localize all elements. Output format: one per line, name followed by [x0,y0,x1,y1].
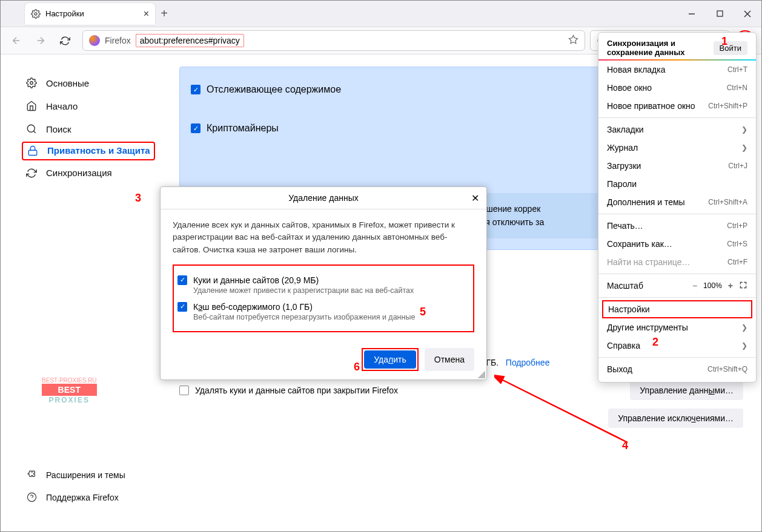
checkbox-checked-icon: ✓ [177,302,187,312]
puzzle-icon [25,470,38,480]
dialog-title: Удаление данных [288,193,358,203]
dialog-cookies-option[interactable]: ✓ Куки и данные сайтов (20,9 МБ) Удалени… [177,272,469,298]
menu-downloads[interactable]: ЗагрузкиCtrl+J [598,157,756,175]
checkbox-checked-icon: ✓ [177,275,187,285]
tab-title: Настройки [45,9,84,18]
menu-more-tools[interactable]: Другие инструменты❯ [598,318,756,337]
home-icon [25,100,38,111]
help-icon [25,492,38,502]
option-sublabel: Веб-сайтам потребуется перезагрузить изо… [193,313,415,321]
back-button[interactable] [7,31,26,50]
annotation-6: 6 [354,361,360,373]
minimize-button[interactable] [678,3,706,25]
zoom-in-button[interactable]: + [728,281,733,291]
menu-bookmarks[interactable]: Закладки❯ [598,120,756,139]
svg-marker-5 [569,35,577,43]
firefox-logo-icon [89,35,100,46]
sidebar-label: Поиск [46,124,71,134]
menu-settings[interactable]: Настройки [602,300,752,318]
svg-point-12 [27,125,35,132]
app-menu-dropdown: Синхронизация и сохранение данных Войти … [598,32,757,383]
checkbox-unchecked-icon[interactable] [179,386,189,395]
annotation-1: 1 [721,35,727,48]
menu-new-window[interactable]: Новое окноCtrl+N [598,79,756,97]
dialog-description: Удаление всех кук и данных сайтов, храни… [173,219,474,256]
forward-button[interactable] [31,31,50,50]
clear-data-dialog: Удаление данных ✕ Удаление всех кук и да… [160,186,487,380]
maximize-button[interactable] [706,3,734,25]
option-label: Криптомайнеры [207,123,279,134]
dialog-cancel-button[interactable]: Отмена [425,348,474,371]
resize-grip[interactable] [478,371,485,378]
option-label: Куки и данные сайтов (20,9 МБ) [193,275,414,285]
dialog-checkbox-group: ✓ Куки и данные сайтов (20,9 МБ) Удалени… [173,264,474,332]
menu-save-as[interactable]: Сохранить как…Ctrl+S [598,235,756,253]
search-icon [25,123,38,134]
menu-passwords[interactable]: Пароли [598,175,756,193]
checkbox-checked-icon: ✓ [191,123,200,133]
bookmark-star-icon[interactable] [568,34,578,47]
lock-icon [27,145,39,156]
sync-icon [25,168,38,179]
new-tab-button[interactable]: + [155,7,173,21]
svg-rect-14 [28,151,37,156]
checkbox-checked-icon: ✓ [191,85,200,94]
menu-separator [598,117,756,118]
sidebar-extensions[interactable]: Расширения и темы [22,465,155,485]
watermark: BEST-PROXIES.RU BEST PROXIES [42,377,97,404]
annotation-2: 2 [652,336,658,349]
browser-tab[interactable]: Настройки × [25,3,155,25]
dialog-clear-button[interactable]: Удалить [364,350,416,369]
svg-point-11 [30,82,33,85]
menu-login-button[interactable]: Войти [714,41,747,55]
learn-more-link[interactable]: Подробнее [506,358,550,367]
dialog-footer: Удалить Отмена [161,342,486,379]
sidebar-item-general[interactable]: Основные [22,73,155,93]
menu-print[interactable]: Печать…Ctrl+P [598,217,756,235]
sidebar-item-home[interactable]: Начало [22,96,155,116]
identity-label: Firefox [105,36,131,45]
menu-sync-row[interactable]: Синхронизация и сохранение данных Войти [598,36,756,59]
window-controls [678,3,761,25]
sidebar-label: Основные [46,78,89,88]
settings-sidebar: Основные Начало Поиск Приватность и Защи… [1,54,161,531]
sidebar-label: Поддержка Firefox [46,493,119,502]
annotation-3: 3 [135,192,141,205]
manage-exceptions-button[interactable]: Управление исключениями… [608,409,743,428]
sidebar-support[interactable]: Поддержка Firefox [22,487,155,507]
gear-icon [25,77,38,88]
tab-close-icon[interactable]: × [144,8,149,19]
menu-sync-label: Синхронизация и сохранение данных [607,39,707,57]
menu-help[interactable]: Справка❯ [598,337,756,355]
gear-icon [31,9,41,19]
menu-exit[interactable]: ВыходCtrl+Shift+Q [598,360,756,378]
sidebar-item-privacy[interactable]: Приватность и Защита [22,142,155,160]
reload-button[interactable] [55,31,75,50]
annotation-5: 5 [420,306,426,318]
zoom-value: 100% [703,281,722,290]
menu-separator [598,274,756,274]
sidebar-label: Начало [46,101,78,111]
menu-history[interactable]: Журнал❯ [598,139,756,157]
menu-addons[interactable]: Дополнения и темыCtrl+Shift+A [598,193,756,211]
sidebar-label: Приватность и Защита [47,145,150,157]
svg-point-15 [27,493,36,501]
url-bar[interactable]: Firefox about:preferences#privacy [82,30,585,51]
menu-find: Найти на странице…Ctrl+F [598,253,756,271]
manage-data-button[interactable]: Управление данными… [630,381,743,400]
menu-new-tab[interactable]: Новая вкладкаCtrl+T [598,61,756,79]
svg-point-0 [35,13,37,15]
dialog-body: Удаление всех кук и данных сайтов, храни… [161,209,486,342]
cookies-exceptions-row: Управление исключениями… [179,409,743,428]
close-window-button[interactable] [734,3,761,25]
sidebar-label: Расширения и темы [46,470,125,480]
svg-line-13 [33,131,35,133]
dialog-close-icon[interactable]: ✕ [471,192,479,204]
sidebar-item-sync[interactable]: Синхронизация [22,163,155,183]
fullscreen-icon[interactable] [739,281,747,291]
svg-rect-2 [717,11,723,16]
menu-new-private[interactable]: Новое приватное окноCtrl+Shift+P [598,97,756,115]
sidebar-item-search[interactable]: Поиск [22,119,155,139]
zoom-out-button[interactable]: − [692,281,697,291]
url-text: about:preferences#privacy [136,34,244,47]
